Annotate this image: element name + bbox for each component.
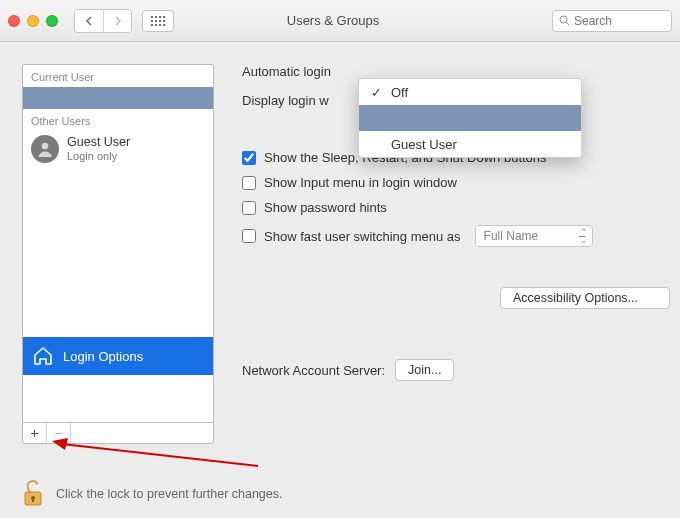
- user-sub: Login only: [67, 150, 130, 163]
- house-icon: [33, 347, 53, 365]
- chevron-updown-icon: ⌃⌄: [580, 228, 588, 244]
- svg-line-13: [566, 22, 569, 25]
- cb-input-row[interactable]: Show Input menu in login window: [242, 175, 670, 190]
- dropdown-opt-off-label: Off: [391, 85, 408, 100]
- window-title: Users & Groups: [120, 13, 546, 28]
- sidebar: Current User Other Users Guest User Logi…: [22, 64, 214, 518]
- avatar-icon: [31, 135, 59, 163]
- cb-fast-row[interactable]: Show fast user switching menu as Full Na…: [242, 225, 670, 247]
- dropdown-opt-guest[interactable]: Guest User: [359, 131, 581, 157]
- dropdown-opt-guest-label: Guest User: [391, 137, 457, 152]
- user-meta: Guest User Login only: [67, 135, 130, 162]
- fast-switch-value: Full Name: [484, 229, 539, 243]
- current-user-row[interactable]: [23, 87, 213, 109]
- lock-open-icon[interactable]: [22, 480, 44, 508]
- cb-input-label: Show Input menu in login window: [264, 175, 457, 190]
- close-icon[interactable]: [8, 15, 20, 27]
- cb-hints-row[interactable]: Show password hints: [242, 200, 670, 215]
- sidebar-item-login-options[interactable]: Login Options: [23, 337, 213, 375]
- remove-user-button[interactable]: −: [47, 423, 71, 443]
- user-list: Current User Other Users Guest User Logi…: [22, 64, 214, 422]
- svg-point-14: [42, 143, 49, 150]
- fast-switch-select[interactable]: Full Name ⌃⌄: [475, 225, 593, 247]
- lock-row: Click the lock to prevent further change…: [22, 480, 283, 508]
- auto-login-dropdown[interactable]: ✓ Off Guest User: [358, 78, 582, 158]
- cb-input[interactable]: [242, 176, 256, 190]
- search-icon: [559, 15, 570, 26]
- zoom-icon[interactable]: [46, 15, 58, 27]
- current-user-label: Current User: [23, 65, 213, 87]
- accessibility-button[interactable]: Accessibility Options...: [500, 287, 670, 309]
- user-row-guest[interactable]: Guest User Login only: [23, 131, 213, 167]
- cb-sleep[interactable]: [242, 151, 256, 165]
- dropdown-opt-off[interactable]: ✓ Off: [359, 79, 581, 105]
- titlebar: Users & Groups: [0, 0, 680, 42]
- network-label: Network Account Server:: [242, 363, 385, 378]
- login-options-label: Login Options: [63, 349, 143, 364]
- search-field[interactable]: [552, 10, 672, 32]
- display-login-label: Display login w: [242, 93, 329, 108]
- user-name: Guest User: [67, 135, 130, 149]
- dropdown-opt-highlight[interactable]: [359, 105, 581, 131]
- svg-point-12: [560, 16, 567, 23]
- network-row: Network Account Server: Join...: [242, 359, 670, 381]
- chevron-left-icon: [85, 16, 94, 26]
- cb-hints[interactable]: [242, 201, 256, 215]
- search-input[interactable]: [574, 14, 654, 28]
- cb-fast[interactable]: [242, 229, 256, 243]
- check-icon: ✓: [371, 85, 383, 100]
- lock-text: Click the lock to prevent further change…: [56, 487, 283, 501]
- svg-rect-17: [32, 498, 34, 502]
- join-button[interactable]: Join...: [395, 359, 454, 381]
- accessibility-row: Accessibility Options...: [242, 287, 670, 309]
- cb-hints-label: Show password hints: [264, 200, 387, 215]
- sidebar-footer: + −: [22, 422, 214, 444]
- sidebar-footer-spacer: [71, 423, 213, 443]
- minimize-icon[interactable]: [27, 15, 39, 27]
- back-button[interactable]: [75, 10, 103, 32]
- prefs-window: Users & Groups Current User Other Users …: [0, 0, 680, 518]
- auto-login-label: Automatic login: [242, 64, 331, 79]
- other-users-label: Other Users: [23, 109, 213, 131]
- auto-login-row: Automatic login: [242, 64, 670, 79]
- traffic-lights: [8, 15, 58, 27]
- cb-fast-label: Show fast user switching menu as: [264, 229, 461, 244]
- add-user-button[interactable]: +: [23, 423, 47, 443]
